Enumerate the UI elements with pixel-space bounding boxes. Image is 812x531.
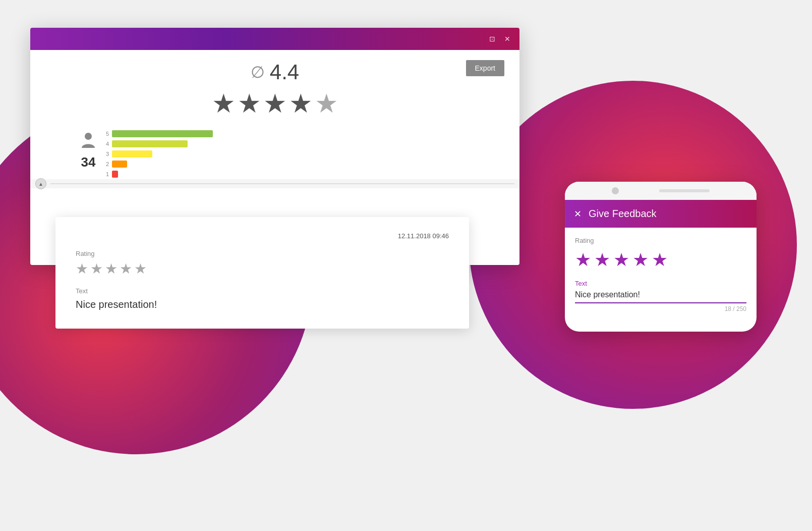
bar-row: 3 xyxy=(104,150,213,158)
phone-star-4[interactable]: ★ xyxy=(632,249,649,271)
feedback-date: 12.11.2018 09:46 xyxy=(76,232,449,240)
star-4: ★ xyxy=(289,88,313,119)
bar-row: 5 xyxy=(104,130,213,138)
feedback-stars: ★ ★ ★ ★ ★ xyxy=(76,260,449,277)
window-content: Export ∅ 4.4 ★ ★ ★ ★ ★ 34 xyxy=(30,50,519,188)
phone-text-input[interactable] xyxy=(575,290,746,303)
window-scrollbar: ▲ xyxy=(30,179,519,188)
phone-star-1[interactable]: ★ xyxy=(575,249,591,271)
phone-body: Rating ★ ★ ★ ★ ★ Text 18 / 250 xyxy=(565,228,757,322)
rating-stars-large: ★ ★ ★ ★ ★ xyxy=(50,88,499,119)
scrollbar-track[interactable] xyxy=(50,183,514,184)
close-window-button[interactable]: ✕ xyxy=(502,34,512,44)
star-2: ★ xyxy=(238,88,261,119)
phone-text-label: Text xyxy=(575,280,746,287)
rating-label: Rating xyxy=(76,250,449,257)
phone-bar-line xyxy=(659,189,710,192)
chart-section: 34 5 4 3 2 xyxy=(50,128,499,178)
feedback-card: 12.11.2018 09:46 Rating ★ ★ ★ ★ ★ Text N… xyxy=(55,217,469,329)
average-symbol: ∅ xyxy=(251,63,265,82)
bar-label-5: 5 xyxy=(104,131,109,137)
fb-star-4: ★ xyxy=(120,260,132,277)
phone-star-2[interactable]: ★ xyxy=(594,249,610,271)
phone-title: Give Feedback xyxy=(589,208,657,220)
fb-star-3: ★ xyxy=(105,260,118,277)
phone-stars[interactable]: ★ ★ ★ ★ ★ xyxy=(575,249,746,271)
fb-star-5: ★ xyxy=(134,260,147,277)
bar-label-4: 4 xyxy=(104,141,109,147)
bar-row: 4 xyxy=(104,140,213,148)
fb-star-2: ★ xyxy=(90,260,103,277)
person-count: 34 xyxy=(81,154,96,170)
window-titlebar: ⊡ ✕ xyxy=(30,28,519,50)
phone-rating-label: Rating xyxy=(575,237,746,244)
phone-char-count: 18 / 250 xyxy=(575,305,746,312)
bar-label-3: 3 xyxy=(104,151,109,157)
bar-3 xyxy=(112,150,152,157)
average-value: 4.4 xyxy=(270,60,299,84)
bar-label-1: 1 xyxy=(104,171,109,177)
star-1: ★ xyxy=(212,88,236,119)
phone-mockup: ✕ Give Feedback Rating ★ ★ ★ ★ ★ Text 18… xyxy=(565,182,757,332)
person-icon xyxy=(81,132,96,152)
export-button[interactable]: Export xyxy=(466,60,504,76)
average-rating: ∅ 4.4 xyxy=(50,60,499,84)
scroll-left-button[interactable]: ▲ xyxy=(35,178,46,189)
bar-4 xyxy=(112,140,188,147)
phone-speaker xyxy=(612,187,619,194)
chart-person: 34 xyxy=(81,132,96,170)
phone-close-button[interactable]: ✕ xyxy=(574,208,582,220)
star-5: ★ xyxy=(315,88,338,119)
text-label: Text xyxy=(76,287,449,295)
phone-top-bar xyxy=(565,182,757,200)
bar-chart: 5 4 3 2 1 xyxy=(104,130,213,178)
bar-label-2: 2 xyxy=(104,161,109,167)
star-3: ★ xyxy=(263,88,287,119)
phone-star-5[interactable]: ★ xyxy=(652,249,668,271)
phone-header: ✕ Give Feedback xyxy=(565,200,757,228)
bar-2 xyxy=(112,161,127,168)
feedback-text-value: Nice presentation! xyxy=(76,299,449,310)
phone-star-3[interactable]: ★ xyxy=(613,249,629,271)
bar-row: 1 xyxy=(104,170,213,178)
bar-row: 2 xyxy=(104,160,213,168)
bar-5 xyxy=(112,130,213,137)
bar-1 xyxy=(112,171,118,178)
svg-point-0 xyxy=(85,133,92,140)
fb-star-1: ★ xyxy=(76,260,88,277)
restore-button[interactable]: ⊡ xyxy=(487,34,497,44)
